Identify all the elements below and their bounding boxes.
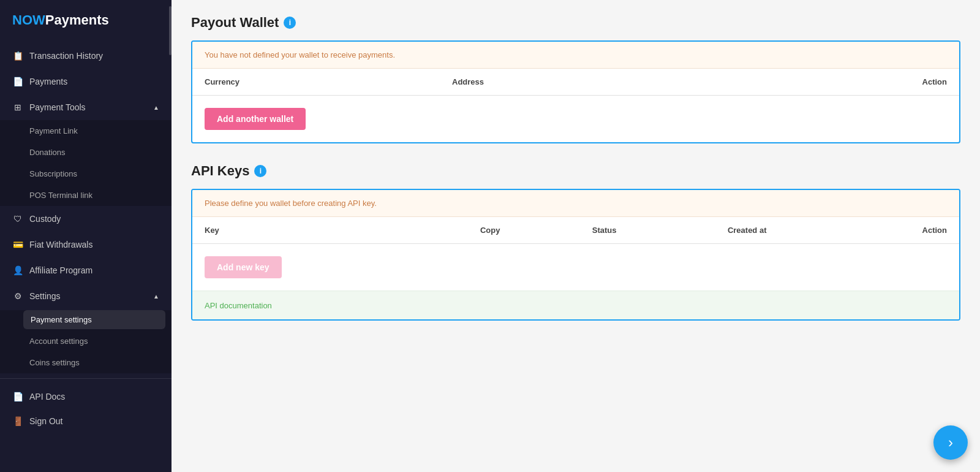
sidebar-subitem-subscriptions[interactable]: Subscriptions xyxy=(0,163,172,185)
sidebar-subitem-payment-settings[interactable]: Payment settings xyxy=(23,310,165,329)
api-keys-body: Add new key xyxy=(192,244,959,291)
api-keys-warning-text: Please define you wallet before creating… xyxy=(205,199,377,208)
sidebar-item-payment-tools[interactable]: ⊞ Payment Tools ▲ xyxy=(0,94,172,120)
sidebar-item-label: Custody xyxy=(29,214,61,224)
sidebar: NOWPayments 📋 Transaction History 📄 Paym… xyxy=(0,0,172,472)
sidebar-item-label: Sign Out xyxy=(29,416,62,426)
sidebar-subitem-pos-terminal[interactable]: POS Terminal link xyxy=(0,185,172,206)
payout-wallet-warning-text: You have not defined your wallet to rece… xyxy=(205,50,395,59)
fab-button[interactable]: › xyxy=(933,425,968,460)
sidebar-navigation: 📋 Transaction History 📄 Payments ⊞ Payme… xyxy=(0,43,172,472)
api-documentation-link[interactable]: API documentation xyxy=(205,301,272,310)
shield-icon: 🛡 xyxy=(12,213,23,224)
payment-tools-submenu: Payment Link Donations Subscriptions POS… xyxy=(0,120,172,206)
main-content: Payout Wallet i You have not defined you… xyxy=(172,0,980,472)
chevron-up-icon: ▲ xyxy=(153,104,159,111)
sidebar-item-label: Affiliate Program xyxy=(29,265,92,275)
key-header: Key xyxy=(205,226,433,235)
sidebar-item-transaction-history[interactable]: 📋 Transaction History xyxy=(0,43,172,69)
api-keys-table-header: Key Copy Status Created at Action xyxy=(192,217,959,244)
add-wallet-button[interactable]: Add another wallet xyxy=(205,108,306,130)
settings-submenu: Payment settings Account settings Coins … xyxy=(0,310,172,373)
status-header: Status xyxy=(547,226,661,235)
sidebar-scrollbar-thumb xyxy=(169,6,172,55)
api-keys-title-text: API Keys xyxy=(191,163,249,179)
brand-payments: Payments xyxy=(45,12,109,28)
calendar-icon: 📋 xyxy=(12,50,23,61)
chevron-up-icon-settings: ▲ xyxy=(153,293,159,300)
sidebar-item-payments[interactable]: 📄 Payments xyxy=(0,69,172,94)
sidebar-item-label: API Docs xyxy=(29,392,65,402)
api-docs-banner: API documentation xyxy=(192,291,959,319)
copy-header: Copy xyxy=(433,226,547,235)
sidebar-divider xyxy=(0,378,172,379)
sidebar-subitem-payment-link[interactable]: Payment Link xyxy=(0,120,172,142)
user-icon: 👤 xyxy=(12,265,23,276)
created-at-header: Created at xyxy=(662,226,833,235)
card-icon: 💳 xyxy=(12,239,23,250)
sign-out-icon: 🚪 xyxy=(12,416,23,427)
sidebar-subitem-coins-settings[interactable]: Coins settings xyxy=(0,352,172,373)
sidebar-subitem-account-settings[interactable]: Account settings xyxy=(0,330,172,352)
sidebar-item-affiliate-program[interactable]: 👤 Affiliate Program xyxy=(0,257,172,283)
action-header: Action xyxy=(823,77,947,86)
document-icon: 📄 xyxy=(12,76,23,87)
sidebar-item-label: Payments xyxy=(29,77,67,86)
payout-wallet-warning: You have not defined your wallet to rece… xyxy=(192,42,959,69)
payout-wallet-title: Payout Wallet i xyxy=(191,15,960,31)
payout-wallet-table-header: Currency Address Action xyxy=(192,69,959,96)
api-docs-icon: 📄 xyxy=(12,391,23,402)
sidebar-item-api-docs[interactable]: 📄 API Docs xyxy=(0,384,172,408)
sidebar-item-custody[interactable]: 🛡 Custody xyxy=(0,206,172,232)
fab-icon: › xyxy=(948,434,953,451)
sidebar-item-sign-out[interactable]: 🚪 Sign Out xyxy=(0,408,172,434)
brand-logo: NOWPayments xyxy=(0,0,172,43)
grid-icon: ⊞ xyxy=(12,102,23,113)
payout-wallet-title-text: Payout Wallet xyxy=(191,15,279,31)
sidebar-item-label: Settings xyxy=(29,291,61,301)
sidebar-item-fiat-withdrawals[interactable]: 💳 Fiat Withdrawals xyxy=(0,232,172,257)
sidebar-scrollbar[interactable] xyxy=(168,0,172,472)
add-new-key-button[interactable]: Add new key xyxy=(205,256,282,278)
currency-header: Currency xyxy=(205,77,452,86)
payout-wallet-info-icon[interactable]: i xyxy=(284,17,296,29)
brand-now: NOW xyxy=(12,12,45,28)
address-header: Address xyxy=(452,77,823,86)
sidebar-subitem-donations[interactable]: Donations xyxy=(0,142,172,163)
sidebar-item-settings[interactable]: ⚙ Settings ▲ xyxy=(0,283,172,309)
api-keys-info-icon[interactable]: i xyxy=(254,165,266,177)
api-keys-warning: Please define you wallet before creating… xyxy=(192,190,959,217)
sidebar-item-label: Payment Tools xyxy=(29,102,86,112)
api-keys-card: Please define you wallet before creating… xyxy=(191,189,960,321)
gear-icon: ⚙ xyxy=(12,291,23,302)
api-keys-title: API Keys i xyxy=(191,163,960,179)
sidebar-item-label: Fiat Withdrawals xyxy=(29,240,92,249)
sidebar-item-label: Transaction History xyxy=(29,51,103,61)
action-header-api: Action xyxy=(833,226,947,235)
payout-wallet-card: You have not defined your wallet to rece… xyxy=(191,40,960,143)
payout-wallet-body: Add another wallet xyxy=(192,96,959,142)
